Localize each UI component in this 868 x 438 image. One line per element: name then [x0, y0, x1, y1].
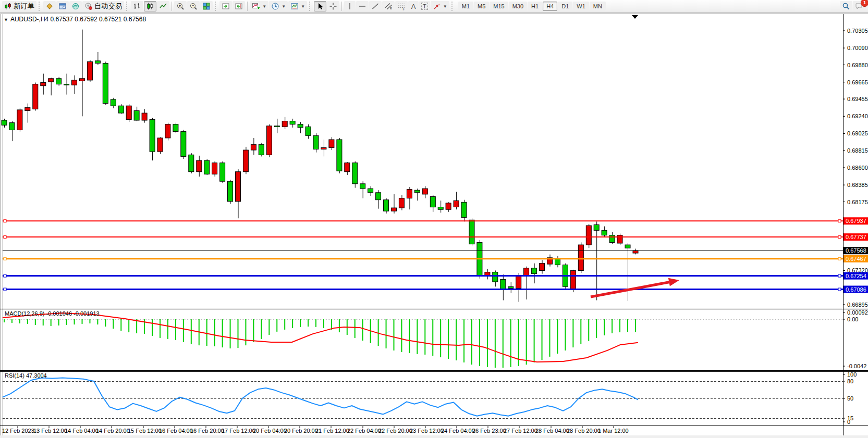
svg-text:0.68600: 0.68600 — [847, 165, 868, 171]
svg-text:17 Feb 12:00: 17 Feb 12:00 — [222, 428, 255, 434]
svg-text:24 Feb 04:00: 24 Feb 04:00 — [441, 428, 475, 434]
svg-text:0.70090: 0.70090 — [847, 45, 868, 51]
price-axis-badge: 0.67737 — [843, 233, 868, 241]
svg-text:14 Feb 04:00: 14 Feb 04:00 — [65, 428, 99, 434]
svg-text:16 Feb 04:00: 16 Feb 04:00 — [159, 428, 193, 434]
rsi-indicator-label: RSI(14) 47.3004 — [5, 372, 47, 379]
symbol-dropdown-icon[interactable]: ▼ — [4, 17, 8, 22]
svg-text:0.67254: 0.67254 — [846, 273, 866, 279]
rsi-value: 47.3004 — [26, 372, 47, 379]
svg-text:26 Feb 23:00: 26 Feb 23:00 — [472, 428, 506, 434]
chart-window[interactable]: 0.703050.700900.698800.696650.694550.692… — [0, 13, 868, 438]
svg-text:0.68385: 0.68385 — [847, 182, 868, 188]
svg-text:20 Feb 04:00: 20 Feb 04:00 — [253, 428, 287, 434]
svg-text:0.68175: 0.68175 — [847, 199, 868, 205]
svg-text:28 Feb 04:00: 28 Feb 04:00 — [535, 428, 569, 434]
chart-canvas[interactable]: 0.703050.700900.698800.696650.694550.692… — [0, 0, 868, 438]
price-axis-badge: 0.67467 — [843, 255, 868, 262]
svg-text:80: 80 — [847, 378, 853, 384]
svg-text:0.67737: 0.67737 — [846, 234, 866, 240]
svg-text:28 Feb 20:00: 28 Feb 20:00 — [567, 428, 601, 434]
chart-title-ohlc: 0.67537 0.67592 0.67521 0.67568 — [51, 16, 146, 23]
svg-text:1 Mar 12:00: 1 Mar 12:00 — [598, 428, 629, 434]
macd-values: -0.001046 -0.001913 — [46, 310, 99, 317]
svg-text:12 Feb 2023: 12 Feb 2023 — [2, 428, 34, 434]
svg-text:0: 0 — [847, 419, 850, 425]
svg-text:0.69025: 0.69025 — [847, 130, 868, 136]
svg-text:0.67467: 0.67467 — [846, 256, 866, 262]
mt4-terminal: 新订单 自动交易 — [0, 0, 868, 438]
svg-text:0.69455: 0.69455 — [847, 96, 868, 102]
svg-text:15 Feb 12:00: 15 Feb 12:00 — [128, 428, 162, 434]
svg-text:0.66895: 0.66895 — [847, 302, 868, 308]
svg-text:20 Feb 20:00: 20 Feb 20:00 — [284, 428, 318, 434]
chart-title: ▼AUDUSD-,H4 0.67537 0.67592 0.67521 0.67… — [4, 16, 146, 23]
svg-text:21 Feb 12:00: 21 Feb 12:00 — [315, 428, 349, 434]
svg-text:16 Feb 20:00: 16 Feb 20:00 — [190, 428, 224, 434]
price-axis-badge: 0.67568 — [843, 247, 868, 254]
price-axis-badge: 0.67254 — [843, 272, 868, 280]
svg-text:0.69665: 0.69665 — [847, 79, 868, 85]
svg-text:27 Feb 12:00: 27 Feb 12:00 — [504, 428, 537, 434]
svg-text:23 Feb 12:00: 23 Feb 12:00 — [410, 428, 444, 434]
svg-text:0.69880: 0.69880 — [847, 62, 868, 68]
svg-text:-0.0042: -0.0042 — [847, 363, 866, 369]
svg-text:14 Feb 20:00: 14 Feb 20:00 — [96, 428, 130, 434]
svg-text:0.69240: 0.69240 — [847, 113, 868, 119]
svg-text:0.67937: 0.67937 — [846, 218, 866, 224]
rsi-name: RSI(14) — [5, 372, 25, 379]
svg-text:22 Feb 04:00: 22 Feb 04:00 — [347, 428, 381, 434]
svg-text:22 Feb 20:00: 22 Feb 20:00 — [378, 428, 412, 434]
svg-text:0.70305: 0.70305 — [847, 28, 868, 34]
macd-indicator-label: MACD(12,26,9) -0.001046 -0.001913 — [5, 310, 100, 317]
svg-text:0.67086: 0.67086 — [846, 286, 866, 293]
svg-text:50: 50 — [847, 395, 853, 402]
price-axis-badge: 0.67937 — [843, 217, 868, 224]
macd-name: MACD(12,26,9) — [5, 310, 44, 317]
svg-text:0.000925: 0.000925 — [847, 309, 868, 316]
svg-text:0.00: 0.00 — [847, 316, 858, 322]
svg-text:13 Feb 12:00: 13 Feb 12:00 — [33, 428, 67, 434]
time-axis[interactable]: 12 Feb 202313 Feb 12:0014 Feb 04:0014 Fe… — [2, 426, 629, 434]
svg-text:100: 100 — [847, 371, 857, 378]
price-axis-badge: 0.67086 — [843, 286, 868, 293]
svg-text:0.67568: 0.67568 — [846, 247, 866, 254]
svg-text:0.68815: 0.68815 — [847, 147, 868, 154]
chart-title-symbol: AUDUSD-,H4 — [10, 16, 48, 23]
